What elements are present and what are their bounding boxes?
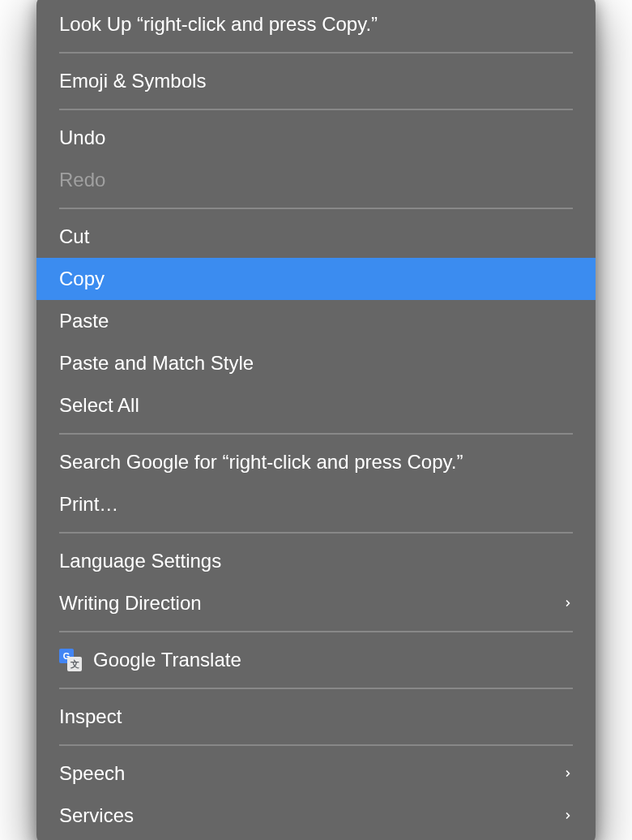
menu-item-label: Speech: [59, 759, 563, 788]
menu-item-copy[interactable]: Copy: [36, 258, 596, 300]
menu-separator: [59, 109, 573, 110]
google-translate-icon: G 文: [59, 649, 82, 671]
menu-item-label: Copy: [59, 264, 573, 294]
menu-item-label: Cut: [59, 222, 573, 251]
menu-separator: [59, 688, 573, 689]
menu-item-label: Look Up “right-click and press Copy.”: [59, 10, 573, 39]
menu-item-label: Services: [59, 801, 563, 830]
chevron-right-icon: [563, 811, 573, 821]
menu-item-label: Writing Direction: [59, 589, 563, 618]
menu-item-paste[interactable]: Paste: [36, 300, 596, 342]
menu-item-label: Inspect: [59, 702, 573, 731]
menu-item-writing-direction[interactable]: Writing Direction: [36, 582, 596, 624]
menu-separator: [59, 52, 573, 54]
menu-item-label: Google Translate: [93, 645, 573, 675]
menu-item-label: Language Settings: [59, 546, 573, 576]
menu-separator: [59, 433, 573, 435]
menu-separator: [59, 631, 573, 632]
menu-item-print[interactable]: Print…: [36, 483, 596, 525]
menu-item-cut[interactable]: Cut: [36, 216, 596, 258]
chevron-right-icon: [563, 598, 573, 608]
menu-item-emoji[interactable]: Emoji & Symbols: [36, 60, 596, 102]
menu-item-label: Paste and Match Style: [59, 349, 573, 378]
context-menu: Look Up “right-click and press Copy.” Em…: [36, 0, 596, 840]
menu-item-lookup[interactable]: Look Up “right-click and press Copy.”: [36, 3, 596, 45]
menu-item-label: Paste: [59, 306, 573, 336]
menu-item-label: Emoji & Symbols: [59, 66, 573, 96]
menu-item-services[interactable]: Services: [36, 795, 596, 837]
menu-separator: [59, 744, 573, 746]
menu-item-label: Undo: [59, 123, 573, 152]
chevron-right-icon: [563, 769, 573, 778]
menu-item-label: Redo: [59, 165, 573, 195]
menu-item-redo: Redo: [36, 159, 596, 201]
menu-item-label: Print…: [59, 490, 573, 519]
menu-item-paste-match-style[interactable]: Paste and Match Style: [36, 342, 596, 384]
menu-item-select-all[interactable]: Select All: [36, 384, 596, 426]
menu-item-speech[interactable]: Speech: [36, 752, 596, 795]
menu-separator: [59, 208, 573, 209]
menu-item-google-translate[interactable]: G 文 Google Translate: [36, 639, 596, 681]
menu-separator: [59, 532, 573, 534]
menu-item-inspect[interactable]: Inspect: [36, 696, 596, 738]
menu-item-label: Search Google for “right-click and press…: [59, 448, 573, 477]
menu-item-search-google[interactable]: Search Google for “right-click and press…: [36, 441, 596, 483]
menu-item-language-settings[interactable]: Language Settings: [36, 540, 596, 582]
menu-item-undo[interactable]: Undo: [36, 117, 596, 159]
menu-item-label: Select All: [59, 391, 573, 420]
